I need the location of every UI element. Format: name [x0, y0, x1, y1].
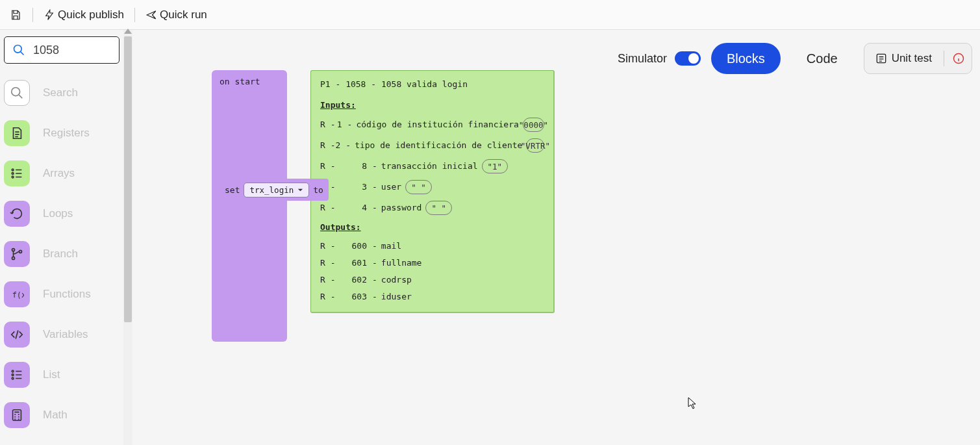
- save-button[interactable]: [5, 5, 26, 25]
- blocks-mode-button[interactable]: Blocks: [711, 43, 781, 74]
- main-area: Search Registers Arrays Loops Branch f(x…: [0, 30, 980, 445]
- category-branch[interactable]: Branch: [4, 234, 119, 274]
- save-icon: [10, 9, 21, 21]
- category-functions[interactable]: f(x) Functions: [4, 274, 119, 314]
- register-prefix: R -: [320, 240, 347, 252]
- register-number: 600: [347, 240, 372, 252]
- category-math[interactable]: Math: [4, 395, 119, 435]
- code-label: Code: [807, 51, 838, 66]
- register-number: 1: [335, 119, 347, 131]
- search-icon: [10, 86, 24, 100]
- output-row: R - 600 - mail: [320, 240, 544, 252]
- quick-publish-label: Quick publish: [55, 8, 124, 21]
- unit-test-button[interactable]: Unit test: [864, 43, 972, 74]
- svg-point-1: [12, 88, 20, 96]
- category-label: Math: [43, 409, 68, 422]
- register-desc: iduser: [381, 291, 412, 303]
- register-number: 601: [347, 257, 372, 269]
- register-desc: password: [381, 202, 422, 214]
- svg-point-3: [12, 173, 14, 175]
- search-input[interactable]: [33, 44, 111, 57]
- document-icon: [10, 126, 24, 140]
- value-input[interactable]: "0000": [523, 118, 544, 132]
- checklist-icon: [875, 52, 888, 65]
- category-label: Branch: [43, 248, 78, 261]
- panel-title: P1 - 1058 - 1058 valida login: [320, 79, 544, 90]
- search-box[interactable]: [4, 36, 119, 64]
- category-arrays[interactable]: Arrays: [4, 153, 119, 194]
- category-label: Registers: [43, 127, 90, 140]
- calculator-icon: [10, 408, 24, 422]
- code-mode-button[interactable]: Code: [791, 43, 853, 74]
- register-prefix: R -: [320, 119, 335, 131]
- variable-name: trx_login: [249, 185, 294, 195]
- svg-point-5: [12, 249, 14, 251]
- list-icon: [10, 166, 24, 181]
- register-desc: código de institución financiera: [356, 119, 518, 131]
- register-desc: transacción inicial: [381, 160, 478, 172]
- simulator-label: Simulator: [618, 52, 667, 66]
- value-input[interactable]: "1": [482, 159, 509, 173]
- register-prefix: R -: [320, 291, 347, 303]
- simulator-toggle[interactable]: [675, 51, 701, 66]
- value-input[interactable]: " ": [405, 180, 432, 194]
- svg-point-11: [12, 377, 14, 379]
- svg-point-10: [12, 374, 14, 376]
- separator: -: [372, 202, 381, 214]
- category-label: Variables: [43, 328, 88, 341]
- quick-run-label: Quick run: [157, 8, 207, 21]
- register-prefix: R -: [320, 160, 347, 172]
- block-canvas[interactable]: Simulator Blocks Code Unit test: [132, 30, 980, 445]
- mouse-cursor: [688, 397, 697, 410]
- register-prefix: R -: [320, 202, 347, 214]
- svg-point-2: [12, 169, 14, 171]
- category-registers[interactable]: Registers: [4, 113, 119, 153]
- category-label: Arrays: [43, 167, 75, 180]
- svg-point-9: [12, 370, 14, 372]
- category-list[interactable]: List: [4, 355, 119, 395]
- register-prefix: R -: [320, 274, 347, 286]
- register-prefix: R -: [320, 257, 347, 269]
- sidebar-scrollbar[interactable]: [123, 30, 132, 445]
- transaction-panel[interactable]: P1 - 1058 - 1058 valida login Inputs: R …: [310, 70, 555, 313]
- inputs-header: Inputs:: [320, 99, 544, 111]
- variable-dropdown[interactable]: trx_login: [244, 183, 309, 197]
- top-toolbar: Quick publish Quick run: [0, 0, 980, 30]
- scroll-up-arrow[interactable]: [124, 29, 132, 34]
- on-start-block[interactable]: on start: [212, 70, 287, 342]
- input-row: R - 3 - user " ": [320, 180, 544, 194]
- input-row: R - 1 - código de institución financiera…: [320, 118, 544, 132]
- toggle-knob: [688, 53, 699, 64]
- register-desc: user: [381, 181, 401, 193]
- quick-publish-button[interactable]: Quick publish: [40, 5, 128, 25]
- value-input[interactable]: "VRTR": [526, 138, 544, 153]
- separator: -: [346, 140, 355, 151]
- function-icon: f(x): [10, 287, 24, 301]
- branch-icon: [10, 247, 24, 261]
- category-loops[interactable]: Loops: [4, 194, 119, 234]
- register-number: 4: [347, 202, 372, 214]
- value-input[interactable]: " ": [425, 201, 452, 215]
- unit-test-label: Unit test: [892, 52, 936, 65]
- input-row: R - 2 - tipo de identificación de client…: [320, 138, 544, 153]
- canvas-top-controls: Simulator Blocks Code Unit test: [618, 43, 972, 74]
- separator: -: [347, 119, 357, 131]
- quick-run-button[interactable]: Quick run: [142, 5, 211, 25]
- set-keyword: set: [225, 185, 240, 195]
- set-variable-block[interactable]: set trx_login to: [220, 179, 329, 201]
- sidebar: Search Registers Arrays Loops Branch f(x…: [0, 30, 123, 445]
- separator: -: [372, 257, 381, 269]
- register-prefix: R -: [320, 140, 335, 151]
- search-icon: [12, 44, 25, 57]
- register-desc: fullname: [381, 257, 422, 269]
- separator: -: [372, 240, 381, 252]
- category-search[interactable]: Search: [4, 73, 119, 113]
- list-icon: [10, 368, 24, 382]
- code-icon: [10, 327, 24, 342]
- category-variables[interactable]: Variables: [4, 314, 119, 355]
- scroll-thumb[interactable]: [124, 36, 132, 322]
- unit-divider: [944, 51, 944, 66]
- category-label: Functions: [43, 288, 91, 301]
- toolbar-divider: [134, 8, 135, 22]
- register-number: 603: [347, 291, 372, 303]
